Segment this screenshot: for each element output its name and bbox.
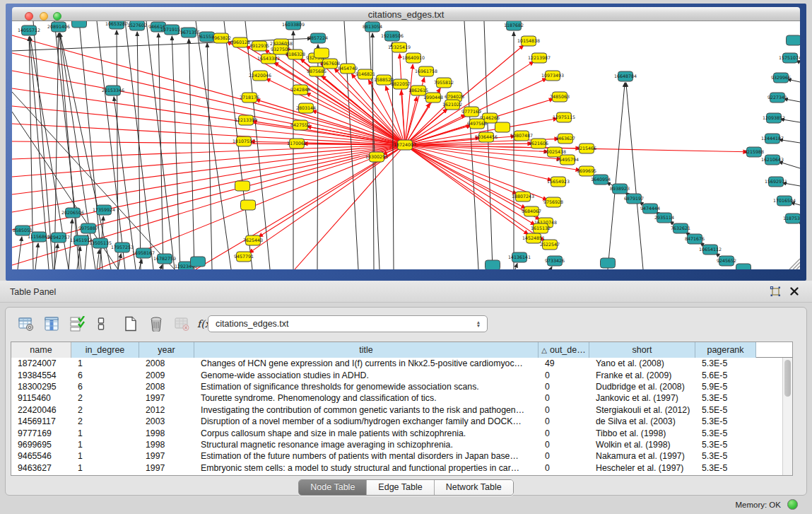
graph-node-yellow[interactable]: 1621022 [442, 100, 462, 110]
black-edge[interactable] [18, 237, 22, 269]
graph-node-teal[interactable]: 17016504 [773, 196, 796, 206]
graph-node-teal[interactable]: 12444187 [761, 134, 784, 144]
graph-node-teal[interactable]: 2935114 [654, 213, 674, 223]
black-edge[interactable] [464, 21, 478, 269]
red-edge[interactable] [405, 145, 535, 225]
graph-node-teal[interactable]: 17957253 [111, 243, 134, 252]
graph-node-yellow[interactable]: 16961758 [415, 66, 437, 76]
graph-node-yellow[interactable]: 9756928 [543, 197, 563, 207]
tab-edge-table[interactable]: Edge Table [367, 480, 434, 495]
graph-node-teal[interactable]: 20891406 [47, 22, 70, 32]
graph-node-yellow[interactable]: 9215466 [577, 144, 596, 153]
graph-node-yellow[interactable]: 7963822 [211, 33, 231, 43]
memory-ok-icon[interactable] [787, 499, 798, 510]
graph-node-teal[interactable]: 16648784 [614, 71, 637, 81]
graph-node-yellow[interactable]: 12213987 [528, 53, 551, 63]
graph-node-teal[interactable]: 8813054 [363, 22, 382, 32]
red-edge[interactable] [12, 145, 405, 265]
graph-node-yellow[interactable]: 8912935 [249, 41, 269, 51]
graph-node-yellow[interactable]: 2803144 [296, 103, 316, 113]
new-file-icon[interactable] [122, 315, 140, 333]
graph-node-teal[interactable]: 9474444 [640, 204, 660, 214]
column-header-name[interactable]: name [11, 342, 71, 358]
graph-node-teal[interactable]: 7857224 [308, 33, 328, 43]
graph-node-yellow[interactable]: 9463627 [555, 134, 575, 144]
red-edge[interactable] [405, 145, 517, 194]
graph-node-teal[interactable]: 8938923 [610, 184, 630, 194]
black-edge[interactable] [118, 254, 121, 269]
select-columns-icon[interactable] [68, 315, 86, 333]
table-row[interactable]: 977716911998Corpus callosum shape and si… [11, 427, 782, 438]
tab-network-table[interactable]: Network Table [435, 480, 513, 495]
column-header-short[interactable]: short [589, 342, 695, 358]
graph-node-teal[interactable]: 12093852 [763, 113, 785, 123]
graph-node-yellow[interactable]: 8960128 [230, 37, 250, 47]
graph-node-yellow[interactable]: 9146821 [355, 69, 375, 79]
table-row[interactable]: 2242004622012Investigating the contribut… [11, 404, 782, 416]
graph-node-teal[interactable] [601, 258, 616, 268]
graph-node-yellow[interactable]: 9684067 [522, 206, 541, 216]
graph-node-yellow[interactable]: 6822057 [391, 79, 411, 89]
graph-node-teal[interactable]: 9975887 [78, 223, 98, 233]
graph-node-teal[interactable]: 1187682 [504, 21, 524, 30]
show-columns-icon[interactable] [42, 315, 61, 333]
graph-node-teal[interactable]: 16210643 [761, 155, 784, 165]
resize-grip-icon[interactable] [796, 266, 800, 269]
graph-node-teal[interactable]: 6879197 [624, 194, 644, 204]
black-edge[interactable] [515, 263, 517, 269]
table-row[interactable]: 1456911722003Disruption of a novel membe… [11, 416, 782, 427]
network-window-titlebar[interactable]: citations_edges.txt [12, 7, 800, 21]
graph-node-yellow[interactable]: 1170062 [287, 139, 307, 148]
graph-node-yellow[interactable] [235, 181, 250, 191]
black-edge[interactable] [551, 267, 552, 269]
graph-node-yellow[interactable]: 12975115 [553, 112, 575, 122]
resize-grip-icon[interactable] [793, 262, 800, 269]
black-edge[interactable] [117, 30, 118, 269]
graph-node-teal[interactable]: 9245652 [717, 256, 736, 266]
black-edge[interactable] [189, 39, 194, 269]
column-header-in_degree[interactable]: in_degree [71, 342, 139, 358]
graph-node-teal[interactable]: 1527602 [127, 21, 147, 30]
black-edge[interactable] [317, 45, 318, 269]
graph-node-teal[interactable] [191, 257, 206, 267]
graph-node-teal[interactable]: 8471676 [685, 234, 705, 244]
graph-node-yellow[interactable]: 20364456 [475, 132, 498, 142]
black-edge[interactable] [608, 83, 625, 269]
black-edge[interactable] [344, 21, 358, 269]
table-row[interactable]: 1830029562008Estimation of significance … [11, 381, 782, 392]
graph-node-yellow[interactable]: 9777169 [461, 107, 481, 117]
red-edge[interactable] [295, 145, 405, 269]
graph-node-yellow[interactable] [241, 200, 256, 210]
graph-node-teal[interactable] [736, 264, 751, 269]
graph-node-yellow[interactable]: 9621606 [529, 139, 548, 148]
red-edge[interactable] [405, 145, 529, 235]
table-vertical-scrollbar[interactable] [782, 358, 792, 475]
table-source-dropdown[interactable]: citations_edges.txt ▲▼ [208, 315, 488, 332]
graph-node-teal[interactable] [787, 35, 801, 45]
table-row[interactable]: 911546021997Tourette syndrome. Phenomeno… [11, 392, 782, 404]
trash-icon[interactable] [147, 315, 165, 333]
column-header-year[interactable]: year [139, 342, 194, 358]
graph-node-yellow[interactable]: 9457791 [234, 252, 254, 262]
graph-node-teal[interactable]: 9733426 [545, 256, 565, 266]
graph-node-teal[interactable]: 10654112 [699, 245, 722, 255]
graph-node-yellow[interactable]: 7625443 [243, 235, 263, 245]
graph-node-teal[interactable]: 1187534 [783, 214, 800, 223]
graph-node-yellow[interactable]: 18640910 [402, 53, 425, 63]
graph-node-yellow[interactable]: 8186328 [286, 49, 305, 59]
graph-node-teal[interactable]: 14055712 [18, 25, 40, 35]
black-edge[interactable] [160, 264, 163, 269]
table-row[interactable]: 1872400712008Changes of HCN gene express… [11, 358, 782, 369]
column-header-pagerank[interactable]: pagerank [695, 342, 756, 358]
black-edge[interactable] [69, 219, 72, 269]
graph-node-teal[interactable] [72, 21, 87, 28]
black-edge[interactable] [158, 33, 163, 269]
close-panel-icon[interactable] [789, 286, 799, 296]
graph-node-yellow[interactable]: 18107552 [233, 136, 255, 146]
red-edge[interactable] [405, 145, 540, 220]
black-edge[interactable] [392, 42, 394, 269]
red-edge[interactable] [12, 145, 405, 212]
graph-node-teal[interactable]: 15751074 [779, 53, 800, 63]
black-edge[interactable] [125, 21, 153, 269]
graph-node-yellow[interactable]: 1990448 [423, 93, 443, 103]
